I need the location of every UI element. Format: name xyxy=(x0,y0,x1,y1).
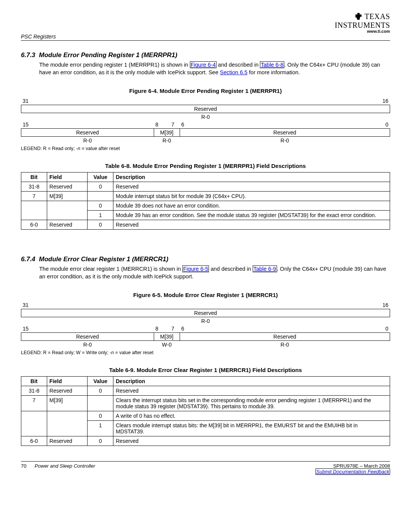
link-submit-feedback[interactable]: Submit Documentation Feedback xyxy=(315,468,390,475)
table-row: 6-0 Reserved 0 Reserved xyxy=(21,220,390,230)
table-6-8-caption: Table 6-8. Module Error Pending Register… xyxy=(21,163,390,169)
table-6-8: Bit Field Value Description 31-8 Reserve… xyxy=(21,172,390,230)
logo-url: www.ti.com xyxy=(335,29,390,34)
table-row: 31-8 Reserved 0 Reserved xyxy=(21,386,390,396)
table-row: 7 M[39] Clears the interrupt status bits… xyxy=(21,396,390,411)
page-number: 70 xyxy=(21,463,26,469)
link-figure-6-5[interactable]: Figure 6-5 xyxy=(182,265,209,272)
link-table-6-9[interactable]: Table 6-9 xyxy=(253,265,277,272)
section-number: 6.7.3 xyxy=(21,51,35,59)
link-table-6-8[interactable]: Table 6-8 xyxy=(260,61,284,68)
table-row: 1 Module 39 has an error condition. See … xyxy=(21,211,390,220)
section-title: Module Error Pending Register 1 (MERRPR1… xyxy=(39,51,177,59)
figure-6-5-bitfield: 31 16 Reserved R-0 15 87 6 0 Reserved M[… xyxy=(21,301,390,348)
table-6-9-caption: Table 6-9. Module Error Clear Register 1… xyxy=(21,367,390,373)
figure-6-4-legend: LEGEND: R = Read only; -n = value after … xyxy=(21,146,390,151)
figure-6-4-bitfield: 31 16 Reserved R-0 15 87 6 0 Reserved M[… xyxy=(21,97,390,144)
table-row: 1 Clears module interrupt status bits: t… xyxy=(21,421,390,436)
section-number: 6.7.4 xyxy=(21,256,35,263)
link-section-6-5[interactable]: Section 6.5 xyxy=(220,69,248,75)
section-674-heading: 6.7.4 Module Error Clear Register 1 (MER… xyxy=(21,256,390,263)
section-title: Module Error Clear Register 1 (MERRCR1) xyxy=(39,256,168,263)
section-674-paragraph: The module error clear register 1 (MERRC… xyxy=(39,265,390,280)
table-row: 0 A write of 0 has no effect. xyxy=(21,411,390,421)
logo-instruments: INSTRUMENTS xyxy=(335,21,390,29)
table-row: 31-8 Reserved 0 Reserved xyxy=(21,182,390,192)
table-row: 0 Module 39 does not have an error condi… xyxy=(21,201,390,211)
header-section-label: PSC Registers xyxy=(21,34,56,40)
table-row: 6-0 Reserved 0 Reserved xyxy=(21,436,390,446)
table-row: 7 M[39] Module interrupt status bit for … xyxy=(21,192,390,201)
footer-doc-title: Power and Sleep Controller xyxy=(35,463,95,469)
page-footer: 70 Power and Sleep Controller SPRU978E –… xyxy=(21,461,390,474)
logo-texas: TEXAS xyxy=(365,13,390,20)
link-figure-6-4[interactable]: Figure 6-4 xyxy=(190,61,217,68)
section-673-heading: 6.7.3 Module Error Pending Register 1 (M… xyxy=(21,51,390,59)
ti-chip-icon xyxy=(355,12,364,22)
table-6-9: Bit Field Value Description 31-8 Reserve… xyxy=(21,376,390,446)
section-673-paragraph: The module error pending register 1 (MER… xyxy=(39,61,390,76)
figure-6-4-caption: Figure 6-4. Module Error Pending Registe… xyxy=(21,88,390,94)
figure-6-5-legend: LEGEND: R = Read only; W = Write only; -… xyxy=(21,350,390,355)
figure-6-5-caption: Figure 6-5. Module Error Clear Register … xyxy=(21,292,390,298)
footer-doc-id: SPRU978E – March 2008 xyxy=(315,463,390,469)
ti-logo: TEXAS INSTRUMENTS www.ti.com xyxy=(335,11,390,34)
